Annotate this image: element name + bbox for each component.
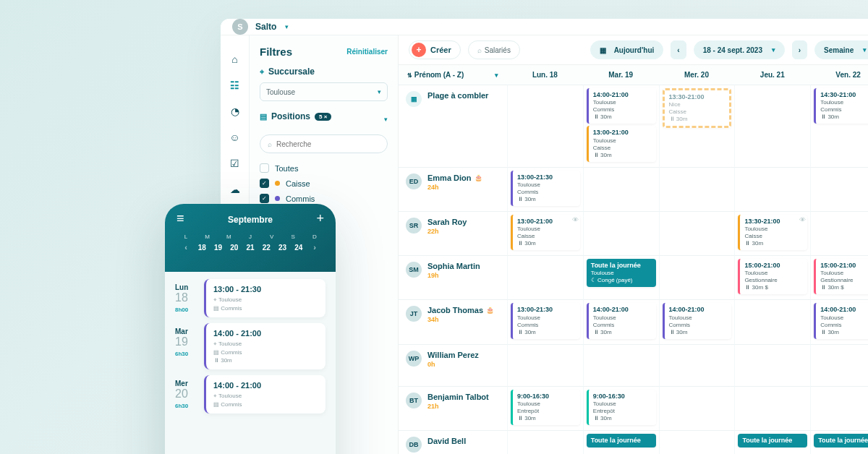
chat-icon[interactable]: ☁: [229, 183, 242, 196]
prev-week-icon[interactable]: ‹: [178, 243, 194, 252]
day-cell[interactable]: 13:00-21:30ToulouseCommis⏸ 30m: [507, 300, 583, 343]
shift-card[interactable]: 9:00-16:30ToulouseEntrepôt⏸ 30m: [587, 390, 656, 425]
search-input[interactable]: [276, 140, 380, 148]
day-cell[interactable]: Toute la journée: [734, 431, 810, 454]
mobile-shift-card[interactable]: 13:00 - 21:30⌖ Toulouse▤ Commis: [204, 279, 326, 317]
home-icon[interactable]: ⌂: [229, 53, 242, 66]
employee-cell[interactable]: ▦Plage à combler: [399, 85, 507, 167]
date-button[interactable]: 21: [242, 244, 258, 252]
shift-card[interactable]: Toute la journéeToulouse☾ Congé (payé): [587, 259, 656, 287]
day-cell[interactable]: [659, 212, 735, 255]
day-cell[interactable]: [734, 168, 810, 211]
day-cell[interactable]: 9:00-16:30ToulouseEntrepôt⏸ 30m: [583, 387, 659, 430]
day-cell[interactable]: [734, 300, 810, 343]
day-cell[interactable]: 15:00-21:00ToulouseGestionnaire⏸ 30m $: [734, 256, 810, 299]
day-cell[interactable]: [507, 345, 583, 386]
next-week-icon[interactable]: ›: [307, 243, 323, 252]
shift-card[interactable]: 14:00-21:00ToulouseCommis⏸ 30m: [587, 303, 656, 338]
shift-card[interactable]: Toute la journée: [814, 434, 868, 447]
employee-cell[interactable]: SRSarah Roy22h: [399, 212, 507, 255]
shift-card[interactable]: 14:00-21:00ToulouseCommis⏸ 30m: [663, 303, 732, 338]
day-cell[interactable]: 13:30-21:00NiceCaisse⏸ 30m: [659, 85, 735, 167]
day-cell[interactable]: [810, 387, 868, 430]
shift-card[interactable]: 14:30-21:00ToulouseCommis⏸ 30m: [814, 88, 868, 124]
day-cell[interactable]: [810, 168, 868, 211]
day-cell[interactable]: [810, 212, 868, 255]
day-cell[interactable]: [583, 168, 659, 211]
day-cell[interactable]: [659, 168, 735, 211]
date-button[interactable]: 20: [226, 244, 242, 252]
shift-card[interactable]: 13:30-21:00NiceCaisse⏸ 30m: [663, 88, 732, 128]
workspace-name[interactable]: Salto: [255, 22, 276, 32]
shift-card[interactable]: 14:00-21:00ToulouseCommis⏸ 30m: [587, 88, 656, 124]
day-cell[interactable]: Toute la journéeToulouse☾ Congé (payé): [583, 256, 659, 299]
day-cell[interactable]: 15:00-21:00ToulouseGestionnaire⏸ 30m $: [810, 256, 868, 299]
salaries-filter[interactable]: ⌕Salariés: [468, 40, 520, 59]
today-button[interactable]: ▦ Aujourd'hui: [590, 40, 663, 59]
day-cell[interactable]: 14:00-21:00ToulouseCommis⏸ 30m: [583, 300, 659, 343]
filter-caisse[interactable]: ✓Caisse: [260, 176, 388, 191]
shift-card[interactable]: Toute la journée: [587, 434, 656, 447]
next-week-button[interactable]: ›: [792, 40, 807, 59]
view-select[interactable]: Semaine ▾: [814, 40, 868, 59]
day-cell[interactable]: [734, 387, 810, 430]
day-cell[interactable]: 14:00-21:00ToulouseCommis⏸ 30m: [659, 300, 735, 343]
day-cell[interactable]: 👁13:00-21:00ToulouseCaisse⏸ 30m: [507, 212, 583, 255]
day-cell[interactable]: 9:00-16:30ToulouseEntrepôt⏸ 30m: [507, 387, 583, 430]
sort-column[interactable]: ⇅ Prénom (A - Z)▾: [399, 65, 507, 85]
shift-card[interactable]: 13:00-21:30ToulouseCommis⏸ 30m: [511, 171, 580, 206]
day-cell[interactable]: 👁13:30-21:00ToulouseCaisse⏸ 30m: [734, 212, 810, 255]
create-button[interactable]: +Créer: [409, 40, 461, 59]
day-cell[interactable]: [507, 256, 583, 299]
day-cell[interactable]: [659, 431, 735, 454]
add-icon[interactable]: +: [316, 211, 324, 226]
date-button[interactable]: 18: [194, 244, 210, 252]
employee-cell[interactable]: BTBenjamin Talbot21h: [399, 387, 507, 430]
day-cell[interactable]: [659, 387, 735, 430]
day-cell[interactable]: [507, 431, 583, 454]
day-cell[interactable]: Toute la journée: [583, 431, 659, 454]
day-cell[interactable]: Toute la journée: [810, 431, 868, 454]
day-cell[interactable]: 13:00-21:30ToulouseCommis⏸ 30m: [507, 168, 583, 211]
mobile-shift-card[interactable]: 14:00 - 21:00⌖ Toulouse▤ Commis⏸ 30m: [204, 323, 326, 369]
employee-cell[interactable]: EDEmma Dion 🎂24h: [399, 168, 507, 211]
mobile-shift-card[interactable]: 14:00 - 21:00⌖ Toulouse▤ Commis: [204, 375, 326, 414]
clock-icon[interactable]: ◔: [229, 105, 242, 118]
people-icon[interactable]: ☺: [229, 131, 242, 144]
shift-card[interactable]: 14:00-21:00ToulouseCommis⏸ 30m: [814, 303, 868, 338]
chevron-down-icon[interactable]: ▾: [285, 23, 289, 30]
employee-cell[interactable]: WPWilliam Perez0h: [399, 345, 507, 386]
day-cell[interactable]: [734, 345, 810, 386]
date-button[interactable]: 24: [291, 244, 307, 252]
shift-card[interactable]: 13:00-21:00ToulouseCaisse⏸ 30m: [587, 126, 656, 161]
day-cell[interactable]: [583, 345, 659, 386]
day-cell[interactable]: [507, 85, 583, 167]
date-range[interactable]: 18 - 24 sept. 2023 ▾: [694, 40, 785, 59]
prev-week-button[interactable]: ‹: [671, 40, 686, 59]
day-cell[interactable]: [810, 345, 868, 386]
positions-count-badge[interactable]: 5 ×: [315, 113, 331, 121]
day-cell[interactable]: 14:30-21:00ToulouseCommis⏸ 30m: [810, 85, 868, 167]
reset-filters-button[interactable]: Réinitialiser: [346, 48, 388, 56]
shift-card[interactable]: 13:30-21:00ToulouseCaisse⏸ 30m: [738, 215, 807, 250]
date-button[interactable]: 19: [210, 244, 226, 252]
employee-cell[interactable]: DBDavid Bell: [399, 431, 507, 454]
branch-select[interactable]: Toulouse▾: [260, 82, 388, 101]
day-cell[interactable]: [583, 212, 659, 255]
menu-icon[interactable]: ≡: [176, 211, 184, 226]
day-cell[interactable]: [734, 85, 810, 167]
filter-all[interactable]: Toutes: [260, 160, 388, 176]
tasks-icon[interactable]: ☑: [229, 157, 242, 170]
shift-card[interactable]: 13:00-21:00ToulouseCaisse⏸ 30m: [511, 215, 580, 250]
schedule-icon[interactable]: ☷: [229, 79, 242, 92]
day-cell[interactable]: 14:00-21:00ToulouseCommis⏸ 30m13:00-21:0…: [583, 85, 659, 167]
shift-card[interactable]: 15:00-21:00ToulouseGestionnaire⏸ 30m $: [738, 259, 807, 294]
shift-card[interactable]: 13:00-21:30ToulouseCommis⏸ 30m: [511, 303, 580, 338]
workspace-avatar[interactable]: S: [232, 19, 248, 35]
date-button[interactable]: 23: [275, 244, 291, 252]
day-cell[interactable]: [659, 256, 735, 299]
shift-card[interactable]: 15:00-21:00ToulouseGestionnaire⏸ 30m $: [814, 259, 868, 294]
shift-card[interactable]: Toute la journée: [738, 434, 807, 447]
position-search[interactable]: ⌕: [260, 134, 388, 153]
employee-cell[interactable]: JTJacob Thomas 🎂34h: [399, 300, 507, 343]
